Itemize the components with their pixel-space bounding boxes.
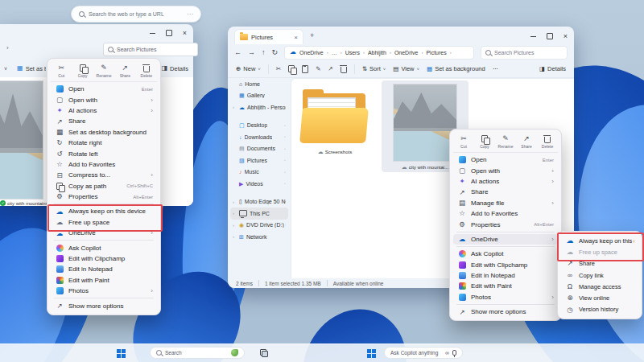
- sidebar-item-abhijith-personal[interactable]: ›☁Abhijith - Personal: [230, 101, 288, 113]
- left-menu-item-copy-as-path[interactable]: Copy as pathCtrl+Shift+C: [51, 181, 157, 191]
- sidebar-item-documents[interactable]: ▤Documents◦: [230, 143, 288, 155]
- breadcrumb[interactable]: ☁ OneDrive›…›Users›Abhijith›OneDrive›Pic…: [284, 46, 474, 60]
- details-button[interactable]: ◨ Details: [539, 65, 566, 72]
- tab-pictures[interactable]: Pictures ×: [234, 29, 303, 44]
- onedrive-submenu-item-view-online[interactable]: ⊕View online: [561, 292, 638, 303]
- maximize-icon[interactable]: [547, 33, 553, 39]
- right-menu-item-edit-with-clipchamp[interactable]: Edit with Clipchamp: [453, 260, 558, 270]
- left-menu-item-photos[interactable]: Photos›: [51, 286, 157, 296]
- taskbar-copilot-search[interactable]: Ask Copilot anything ∞: [384, 347, 463, 359]
- set-as-background-button[interactable]: ▦ Set as background: [427, 65, 485, 72]
- right-menu-item-share[interactable]: ↗Share: [453, 187, 558, 197]
- onedrive-submenu-item-always-keep-on-this-device[interactable]: ☁Always keep on this device: [561, 235, 638, 246]
- sidebar-item-desktop[interactable]: ▢Desktop◦: [230, 120, 288, 132]
- left-menu-item-ask-copilot[interactable]: Ask Copilot: [51, 242, 157, 253]
- close-icon[interactable]: ×: [183, 29, 187, 37]
- expand-chevron-icon[interactable]: ›: [233, 234, 237, 239]
- expand-chevron-icon[interactable]: ›: [233, 200, 237, 204]
- left-menu-quick-delete[interactable]: Delete: [137, 64, 156, 78]
- sidebar-item-home[interactable]: ⌂Home: [230, 78, 288, 90]
- left-menu-item-open-with[interactable]: ▢Open with›: [51, 94, 157, 105]
- right-menu-item-properties[interactable]: ⚙PropertiesAlt+Enter: [453, 219, 558, 229]
- forward-icon[interactable]: →: [248, 48, 255, 56]
- refresh-icon[interactable]: ↻: [272, 48, 279, 56]
- right-menu-item-add-to-favorites[interactable]: ☆Add to Favorites: [453, 208, 558, 219]
- tab-close-icon[interactable]: ×: [294, 34, 298, 41]
- breadcrumb-segment[interactable]: OneDrive: [299, 50, 324, 56]
- search-input[interactable]: Search Pictures: [103, 43, 198, 56]
- more-icon[interactable]: ⋯: [493, 66, 499, 72]
- left-menu-item-show-more-options[interactable]: ↗Show more options: [51, 300, 157, 311]
- right-menu-item-ai-actions[interactable]: ✦AI actions›: [453, 176, 558, 187]
- left-menu-item-set-as-desktop-background[interactable]: ▦Set as desktop background: [51, 127, 157, 138]
- expand-chevron-icon[interactable]: ›: [233, 105, 237, 109]
- breadcrumb[interactable]: ›: [6, 44, 9, 51]
- right-menu-item-edit-with-paint[interactable]: Edit with Paint: [453, 281, 558, 291]
- sidebar-item-music[interactable]: ♪Music◦: [230, 167, 288, 179]
- left-menu-item-rotate-right[interactable]: ↻Rotate right: [51, 138, 157, 148]
- sidebar-item-dvd-drive-d-ccc[interactable]: ›◉DVD Drive (D:) CCC: [230, 220, 288, 232]
- left-menu-item-onedrive[interactable]: ☁OneDrive›: [51, 228, 157, 238]
- left-menu-quick-share[interactable]: ↗Share: [115, 64, 134, 78]
- onedrive-submenu-item-copy-link[interactable]: ∞Copy link: [561, 269, 638, 281]
- left-menu-item-compress-to[interactable]: ⊟Compress to...›: [51, 170, 157, 180]
- minimize-icon[interactable]: [150, 33, 155, 34]
- left-menu-item-ai-actions[interactable]: ✦AI actions›: [51, 105, 157, 116]
- delete-icon[interactable]: [341, 67, 347, 73]
- breadcrumb-segment[interactable]: Pictures: [426, 50, 446, 56]
- chevron-down-icon[interactable]: ˅: [4, 66, 7, 72]
- photo-thumbnail[interactable]: [0, 80, 43, 200]
- minimize-icon[interactable]: [530, 36, 536, 37]
- sidebar-item-pictures[interactable]: ▨Pictures◦: [230, 154, 288, 167]
- left-menu-item-always-keep-on-this-device[interactable]: ☁Always keep on this device: [51, 206, 157, 216]
- right-menu-item-photos[interactable]: Photos›: [453, 292, 558, 302]
- rename-icon[interactable]: ✎: [316, 66, 320, 72]
- right-menu-item-onedrive[interactable]: ☁OneDrive›: [453, 234, 558, 245]
- more-icon[interactable]: ⋯: [187, 10, 193, 18]
- left-menu-quick-cut[interactable]: ✂Cut: [52, 64, 71, 78]
- expand-chevron-icon[interactable]: ›: [233, 211, 237, 216]
- sidebar-item-videos[interactable]: ▶Videos◦: [230, 178, 288, 190]
- details-button[interactable]: ◨ Details: [162, 65, 189, 72]
- new-tab-icon[interactable]: +: [310, 31, 314, 39]
- set-as-background-button[interactable]: ▦ Set as back: [17, 65, 46, 72]
- right-menu-item-open[interactable]: OpenEnter: [453, 154, 558, 165]
- left-menu-item-share[interactable]: ↗Share: [51, 116, 157, 126]
- taskbar-search[interactable]: Search: [150, 347, 245, 359]
- left-menu-quick-rename[interactable]: ✎Rename: [94, 64, 114, 78]
- left-menu-item-open[interactable]: OpenEnter: [51, 84, 157, 94]
- onedrive-submenu-item-free-up-space[interactable]: ☁Free up space: [561, 246, 638, 257]
- breadcrumb-segment[interactable]: Users: [345, 50, 360, 56]
- right-menu-item-ask-copilot[interactable]: Ask Copilot: [453, 249, 558, 259]
- left-menu-item-properties[interactable]: ⚙PropertiesAlt+Enter: [51, 191, 157, 202]
- onedrive-submenu-item-version-history[interactable]: ◷Version history: [561, 304, 638, 315]
- maximize-icon[interactable]: [166, 30, 172, 36]
- left-menu-quick-copy[interactable]: Copy: [73, 64, 93, 78]
- sidebar-item-moto-edge-50-neo[interactable]: ›▯Moto Edge 50 Neo: [230, 196, 288, 208]
- right-menu-quick-copy[interactable]: Copy: [475, 135, 494, 149]
- search-input[interactable]: Search Pictures: [481, 46, 568, 60]
- expand-chevron-icon[interactable]: ›: [233, 223, 237, 228]
- breadcrumb-segment[interactable]: Abhijith: [368, 50, 386, 56]
- copy-icon[interactable]: [288, 65, 295, 72]
- folder-tile-screenshots[interactable]: ☁ Screenshots: [296, 84, 374, 171]
- back-icon[interactable]: ←: [234, 48, 242, 56]
- right-menu-quick-rename[interactable]: ✎Rename: [496, 135, 515, 149]
- right-menu-item-edit-in-notepad[interactable]: Edit in Notepad: [453, 270, 558, 281]
- sidebar-item-network[interactable]: ›⊞Network: [230, 231, 288, 243]
- left-menu-item-add-to-favorites[interactable]: ☆Add to Favorites: [51, 159, 157, 170]
- view-button[interactable]: ▤ View ˅: [393, 65, 419, 72]
- task-view-button[interactable]: [258, 344, 270, 362]
- cut-icon[interactable]: ✂: [276, 66, 281, 72]
- left-menu-item-rotate-left[interactable]: ↺Rotate left: [51, 148, 157, 158]
- left-menu-item-free-up-space[interactable]: ☁Free up space: [51, 217, 157, 228]
- start-button[interactable]: [367, 344, 376, 362]
- right-menu-quick-delete[interactable]: Delete: [538, 135, 557, 149]
- sidebar-item-this-pc[interactable]: ›This PC: [230, 208, 288, 220]
- right-menu-item-show-more-options[interactable]: ↗Show more options: [453, 306, 558, 317]
- paste-icon[interactable]: [302, 65, 308, 73]
- breadcrumb-segment[interactable]: …: [332, 50, 337, 56]
- onedrive-submenu-item-manage-access[interactable]: ΩManage access: [561, 281, 638, 292]
- sidebar-item-downloads[interactable]: ↓Downloads◦: [230, 131, 288, 143]
- new-button[interactable]: ⊕ New ˅: [236, 65, 261, 72]
